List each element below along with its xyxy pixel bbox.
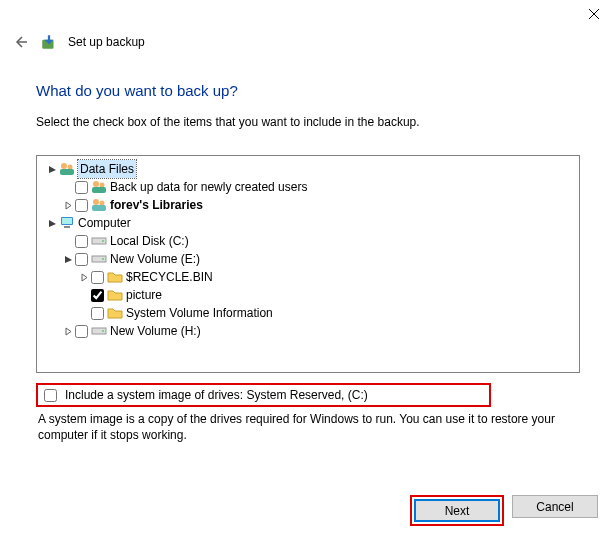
tree-node-libraries[interactable]: forev's Libraries	[39, 196, 577, 214]
next-highlight: Next	[410, 495, 504, 526]
tree-node-new-users[interactable]: Back up data for newly created users	[39, 178, 577, 196]
checkbox[interactable]	[75, 325, 88, 338]
system-image-checkbox[interactable]	[44, 389, 57, 402]
svg-point-8	[100, 183, 105, 188]
backup-tree: Data Files Back up data for newly create…	[36, 155, 580, 373]
svg-rect-15	[64, 226, 70, 228]
system-image-label: Include a system image of drives: System…	[65, 388, 368, 402]
people-icon	[91, 197, 107, 213]
checkbox[interactable]	[91, 307, 104, 320]
content-area: What do you want to back up? Select the …	[0, 60, 616, 443]
tree-node-vol-e[interactable]: New Volume (E:)	[39, 250, 577, 268]
folder-icon	[107, 305, 123, 321]
titlebar	[0, 0, 616, 30]
tree-node-local-c[interactable]: Local Disk (C:)	[39, 232, 577, 250]
svg-rect-12	[92, 205, 106, 211]
checkbox[interactable]	[75, 235, 88, 248]
backup-icon	[40, 33, 58, 51]
svg-rect-6	[60, 169, 74, 175]
svg-rect-14	[62, 218, 72, 224]
system-image-desc: A system image is a copy of the drives r…	[36, 411, 580, 443]
instruction-text: Select the check box of the items that y…	[36, 115, 580, 129]
next-button[interactable]: Next	[414, 499, 500, 522]
svg-point-4	[61, 163, 67, 169]
folder-icon	[107, 287, 123, 303]
svg-rect-9	[92, 187, 106, 193]
checkbox[interactable]	[91, 271, 104, 284]
expander-open-icon[interactable]	[45, 216, 59, 230]
node-label: Back up data for newly created users	[110, 178, 307, 196]
node-label: Local Disk (C:)	[110, 232, 189, 250]
node-label: picture	[126, 286, 162, 304]
node-label: $RECYCLE.BIN	[126, 268, 213, 286]
tree-node-recycle[interactable]: $RECYCLE.BIN	[39, 268, 577, 286]
checkbox[interactable]	[75, 181, 88, 194]
expander-closed-icon[interactable]	[61, 324, 75, 338]
window-title: Set up backup	[68, 35, 145, 49]
footer-buttons: Next Cancel	[410, 495, 598, 526]
expander-open-icon[interactable]	[45, 162, 59, 176]
computer-icon	[59, 215, 75, 231]
svg-point-7	[93, 181, 99, 187]
expander-closed-icon[interactable]	[61, 198, 75, 212]
back-button[interactable]	[10, 32, 30, 52]
people-icon	[59, 161, 75, 177]
tree-node-picture[interactable]: picture	[39, 286, 577, 304]
expander-open-icon[interactable]	[61, 252, 75, 266]
close-button[interactable]	[571, 0, 616, 28]
svg-point-19	[102, 258, 104, 260]
tree-node-sysvol[interactable]: System Volume Information	[39, 304, 577, 322]
tree-node-data-files[interactable]: Data Files	[39, 160, 577, 178]
node-label: Data Files	[78, 160, 136, 178]
header-row: Set up backup	[0, 30, 616, 60]
checkbox[interactable]	[75, 199, 88, 212]
checkbox[interactable]	[91, 289, 104, 302]
node-label: New Volume (H:)	[110, 322, 201, 340]
checkbox[interactable]	[75, 253, 88, 266]
people-icon	[91, 179, 107, 195]
drive-icon	[91, 251, 107, 267]
cancel-button[interactable]: Cancel	[512, 495, 598, 518]
node-label: Computer	[78, 214, 131, 232]
tree-node-computer[interactable]: Computer	[39, 214, 577, 232]
folder-icon	[107, 269, 123, 285]
drive-icon	[91, 233, 107, 249]
svg-point-10	[93, 199, 99, 205]
tree-node-vol-h[interactable]: New Volume (H:)	[39, 322, 577, 340]
page-heading: What do you want to back up?	[36, 82, 580, 99]
svg-point-5	[68, 165, 73, 170]
svg-point-21	[102, 330, 104, 332]
system-image-row[interactable]: Include a system image of drives: System…	[36, 383, 491, 407]
drive-icon	[91, 323, 107, 339]
node-label: New Volume (E:)	[110, 250, 200, 268]
svg-point-17	[102, 240, 104, 242]
node-label: System Volume Information	[126, 304, 273, 322]
svg-point-11	[100, 201, 105, 206]
node-label: forev's Libraries	[110, 196, 203, 214]
expander-closed-icon[interactable]	[77, 270, 91, 284]
